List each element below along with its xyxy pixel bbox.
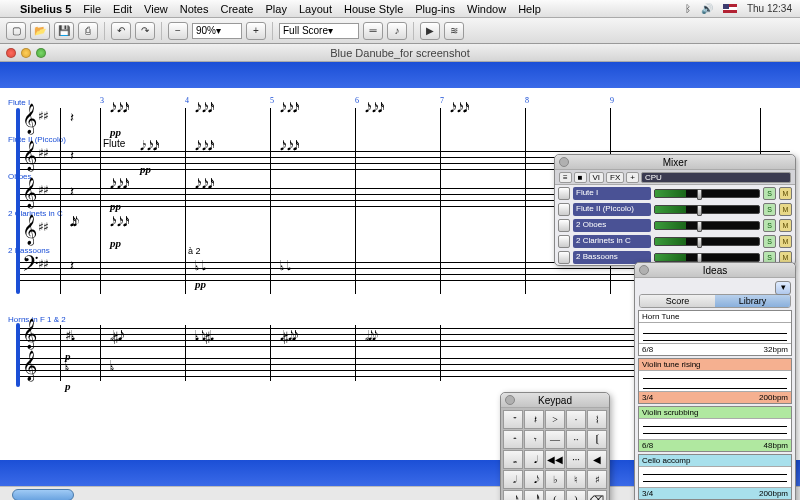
- ideas-panel: Ideas ▾ Score Library Horn Tune 6/832bpm…: [634, 262, 796, 500]
- zoom-out-button[interactable]: −: [168, 22, 188, 40]
- volume-icon[interactable]: 🔊: [701, 3, 713, 14]
- keypad-key[interactable]: 𝄽: [524, 410, 544, 429]
- keypad-key[interactable]: 𝄼: [503, 430, 523, 449]
- tab-library[interactable]: Library: [715, 295, 790, 307]
- mixer-stop-button[interactable]: ■: [574, 172, 587, 183]
- score-selector[interactable]: Full Score ▾: [279, 23, 359, 39]
- mute-button[interactable]: M: [779, 203, 792, 216]
- keypad-key[interactable]: 𝅝: [503, 450, 523, 469]
- mute-button[interactable]: M: [779, 219, 792, 232]
- keypad-key[interactable]: >: [545, 410, 565, 429]
- tab-score[interactable]: Score: [640, 295, 715, 307]
- keypad-titlebar[interactable]: Keypad: [501, 393, 609, 408]
- mixer-titlebar[interactable]: Mixer: [555, 155, 795, 170]
- solo-button[interactable]: S: [763, 203, 776, 216]
- keypad-key[interactable]: (: [545, 490, 565, 500]
- menu-window[interactable]: Window: [467, 3, 506, 15]
- idea-item[interactable]: Violin tune rising 3/4200bpm: [638, 358, 792, 404]
- keypad-key[interactable]: ◀◀: [545, 450, 565, 469]
- menu-layout[interactable]: Layout: [299, 3, 332, 15]
- channel-fader[interactable]: [654, 205, 760, 214]
- menu-view[interactable]: View: [144, 3, 168, 15]
- keypad-key[interactable]: ♭: [545, 470, 565, 489]
- mute-button[interactable]: M: [779, 235, 792, 248]
- close-icon[interactable]: [639, 265, 649, 275]
- keypad-key[interactable]: 𝄕: [587, 430, 607, 449]
- channel-expand-button[interactable]: [558, 251, 570, 264]
- keypad-key[interactable]: 𝄻: [503, 410, 523, 429]
- zoom-in-button[interactable]: +: [246, 22, 266, 40]
- print-button[interactable]: ⎙: [78, 22, 98, 40]
- menu-edit[interactable]: Edit: [113, 3, 132, 15]
- mixer-vi-button[interactable]: VI: [589, 172, 605, 183]
- transpose-button[interactable]: ♪: [387, 22, 407, 40]
- keypad-key[interactable]: 𝅘𝅥𝅰: [524, 490, 544, 500]
- input-flag-icon[interactable]: [723, 4, 737, 13]
- channel-expand-button[interactable]: [558, 187, 570, 200]
- zoom-input[interactable]: 90% ▾: [192, 23, 242, 39]
- menu-file[interactable]: File: [83, 3, 101, 15]
- keypad-key[interactable]: 𝅘𝅥: [524, 450, 544, 469]
- keypad-key[interactable]: 𝅘𝅥𝅮: [524, 470, 544, 489]
- keypad-key[interactable]: ⌫: [587, 490, 607, 500]
- channel-expand-button[interactable]: [558, 203, 570, 216]
- idea-item[interactable]: Cello accomp 3/4200bpm: [638, 454, 792, 500]
- channel-expand-button[interactable]: [558, 219, 570, 232]
- save-button[interactable]: 💾: [54, 22, 74, 40]
- open-button[interactable]: 📂: [30, 22, 50, 40]
- keypad-key[interactable]: ··: [566, 430, 586, 449]
- keypad-key[interactable]: ·: [566, 410, 586, 429]
- ideas-filter-dropdown[interactable]: ▾: [775, 281, 791, 295]
- new-button[interactable]: ▢: [6, 22, 26, 40]
- idea-item[interactable]: Violin scrubbing 6/848bpm: [638, 406, 792, 452]
- channel-fader[interactable]: [654, 221, 760, 230]
- channel-fader[interactable]: [654, 253, 760, 262]
- channel-fader[interactable]: [654, 189, 760, 198]
- channel-name[interactable]: Flute II (Piccolo): [573, 203, 651, 216]
- menu-house-style[interactable]: House Style: [344, 3, 403, 15]
- idea-item[interactable]: Horn Tune 6/832bpm: [638, 310, 792, 356]
- keypad-key[interactable]: 𝅗𝅥: [503, 470, 523, 489]
- channel-fader[interactable]: [654, 237, 760, 246]
- idea-name: Horn Tune: [642, 312, 679, 321]
- solo-button[interactable]: S: [763, 187, 776, 200]
- close-icon[interactable]: [559, 157, 569, 167]
- menu-plugins[interactable]: Plug-ins: [415, 3, 455, 15]
- keypad-key[interactable]: ): [566, 490, 586, 500]
- redo-button[interactable]: ↷: [135, 22, 155, 40]
- flexi-button[interactable]: ≋: [444, 22, 464, 40]
- keypad-key[interactable]: ♮: [566, 470, 586, 489]
- undo-button[interactable]: ↶: [111, 22, 131, 40]
- app-name[interactable]: Sibelius 5: [20, 3, 71, 15]
- channel-expand-button[interactable]: [558, 235, 570, 248]
- menu-help[interactable]: Help: [518, 3, 541, 15]
- menu-play[interactable]: Play: [266, 3, 287, 15]
- keypad-key[interactable]: 𝄔: [587, 410, 607, 429]
- channel-name[interactable]: 2 Oboes: [573, 219, 651, 232]
- mixer-add-button[interactable]: +: [626, 172, 639, 183]
- solo-button[interactable]: S: [763, 235, 776, 248]
- channel-name[interactable]: Flute I: [573, 187, 651, 200]
- keypad-key[interactable]: 𝄾: [524, 430, 544, 449]
- minimize-icon[interactable]: [21, 48, 31, 58]
- mixer-view-button[interactable]: ≡: [559, 172, 572, 183]
- keypad-key[interactable]: ···: [566, 450, 586, 469]
- play-button[interactable]: ▶: [420, 22, 440, 40]
- panorama-button[interactable]: ═: [363, 22, 383, 40]
- keypad-key[interactable]: ♯: [587, 470, 607, 489]
- menu-create[interactable]: Create: [220, 3, 253, 15]
- bluetooth-icon[interactable]: ᛒ: [685, 3, 691, 14]
- keypad-key[interactable]: —: [545, 430, 565, 449]
- mute-button[interactable]: M: [779, 187, 792, 200]
- channel-name[interactable]: 2 Clarinets in C: [573, 235, 651, 248]
- ideas-titlebar[interactable]: Ideas: [635, 263, 795, 278]
- mixer-fx-button[interactable]: FX: [606, 172, 624, 183]
- close-icon[interactable]: [6, 48, 16, 58]
- zoom-icon[interactable]: [36, 48, 46, 58]
- clock[interactable]: Thu 12:34: [747, 3, 792, 14]
- keypad-key[interactable]: 𝅘𝅥𝅯: [503, 490, 523, 500]
- close-icon[interactable]: [505, 395, 515, 405]
- solo-button[interactable]: S: [763, 219, 776, 232]
- keypad-key[interactable]: ◀: [587, 450, 607, 469]
- menu-notes[interactable]: Notes: [180, 3, 209, 15]
